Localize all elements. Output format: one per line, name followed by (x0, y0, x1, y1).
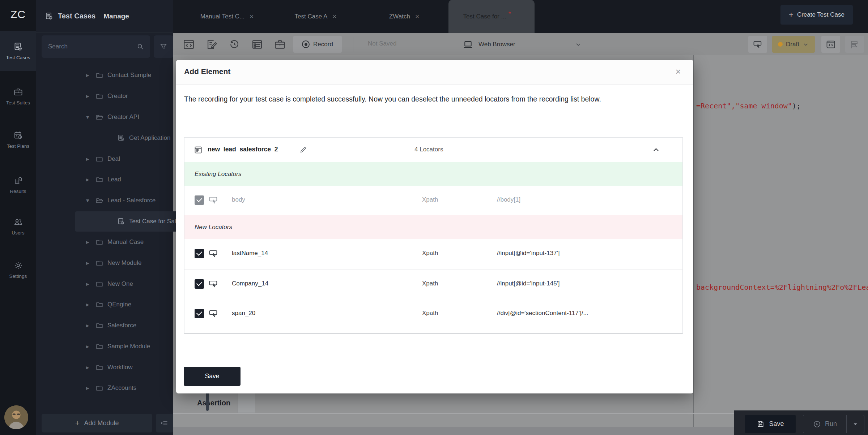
create-test-case-button[interactable]: + Create Test Case (780, 5, 853, 25)
chevron-down-icon (803, 41, 809, 48)
tab-test-case-a[interactable]: Test Case A × (271, 0, 360, 33)
filter-button[interactable] (154, 35, 173, 58)
tree-item-label: Contact Sample (107, 72, 151, 79)
close-icon[interactable]: × (516, 13, 520, 21)
checkbox-checked[interactable] (195, 279, 204, 289)
tab-test-case-for-salesforce[interactable]: Test Case for ... * × (448, 0, 535, 33)
note-edit-icon[interactable] (205, 38, 218, 51)
chevron-right-icon[interactable]: ▶ (86, 73, 92, 78)
checkbox-checked[interactable] (195, 309, 204, 318)
nav-item-results[interactable]: Results (0, 164, 36, 205)
tree-item-label: Deal (107, 155, 120, 163)
chevron-right-icon[interactable]: ▶ (86, 344, 92, 349)
chevron-right-icon[interactable]: ▶ (86, 323, 92, 328)
code-editor-panel: =Recent","same window"); backgroundConte… (693, 55, 868, 435)
nav-item-test-plans[interactable]: Test Plans (0, 119, 36, 160)
run-options-button[interactable] (846, 415, 864, 433)
pointer-icon[interactable] (208, 279, 218, 289)
chevron-down-icon (575, 41, 582, 48)
modal-title: Add Element (184, 67, 230, 76)
create-test-case-label: Create Test Case (797, 11, 844, 18)
assertion-step-cell (238, 393, 255, 413)
chevron-right-icon[interactable]: ▶ (86, 240, 92, 245)
play-circle-icon (813, 420, 821, 428)
panel-title: Test Cases (58, 12, 95, 20)
modal-save-button[interactable]: Save (184, 367, 241, 386)
locator-name: span_20 (232, 310, 255, 317)
nav-item-test-cases[interactable]: Test Cases (0, 31, 36, 71)
folder-icon (95, 280, 103, 288)
chevron-down-icon[interactable]: ▼ (86, 198, 92, 203)
tree-item-label: QEngine (107, 301, 131, 308)
chevron-right-icon[interactable]: ▶ (86, 94, 92, 99)
browser-select[interactable]: Web Browser (463, 36, 582, 53)
user-avatar[interactable] (4, 405, 28, 429)
chevron-right-icon[interactable]: ▶ (86, 302, 92, 307)
element-locator-card: new_lead_salesforce_2 4 Locators Existin… (184, 137, 683, 334)
test-case-icon (117, 218, 125, 225)
chevron-down-icon[interactable]: ▼ (86, 115, 92, 120)
search-input[interactable] (47, 43, 136, 51)
avatar-photo (4, 405, 28, 429)
form-table-icon[interactable] (251, 38, 263, 51)
collapse-panel-button[interactable] (156, 414, 173, 432)
element-picker-button[interactable] (748, 36, 767, 53)
unsaved-marker: * (509, 10, 511, 18)
close-icon[interactable]: × (415, 13, 419, 21)
chevron-right-icon[interactable]: ▶ (86, 386, 92, 391)
chevron-right-icon[interactable]: ▶ (86, 177, 92, 182)
manage-link[interactable]: Manage (103, 12, 129, 20)
tree-item-label: Creator API (107, 113, 139, 121)
folder-open-icon (95, 113, 103, 121)
chevron-right-icon[interactable]: ▶ (86, 261, 92, 266)
test-steps-button[interactable] (845, 36, 864, 53)
history-icon[interactable] (228, 38, 241, 51)
tree-item-label: New Module (107, 259, 142, 267)
funnel-icon (159, 43, 167, 51)
code-line: backgroundContext=%2Flightning%2Fo%2FLea… (696, 283, 868, 292)
nav-item-users[interactable]: Users (0, 206, 36, 246)
locator-row-span: span_20 Xpath //div[@id='sectionContent-… (184, 299, 682, 328)
code-window-button[interactable] (821, 36, 840, 53)
add-module-button[interactable]: + Add Module (42, 414, 152, 432)
tab-zwatch[interactable]: ZWatch × (360, 0, 448, 33)
chevron-right-icon[interactable]: ▶ (86, 157, 92, 161)
run-label: Run (825, 420, 837, 428)
modal-header: Add Element × (176, 60, 693, 85)
record-icon (302, 40, 310, 48)
checkbox-checked[interactable] (195, 195, 204, 205)
checkbox-checked[interactable] (195, 249, 204, 258)
close-icon[interactable]: × (250, 13, 254, 21)
chevron-right-icon[interactable]: ▶ (86, 365, 92, 370)
locator-value: //div[@id='sectionContent-117']/... (497, 310, 588, 317)
tree-item-label: Sample Module (107, 343, 150, 350)
modal-save-label: Save (205, 372, 220, 380)
code-view-icon[interactable] (183, 38, 195, 51)
tree-item-label: Lead - Salesforce (107, 197, 156, 204)
floppy-save-icon (757, 420, 765, 428)
record-button[interactable]: Record (293, 36, 342, 53)
element-form-icon (194, 146, 203, 154)
tab-label: Test Case A (295, 13, 328, 20)
run-button[interactable]: Run (803, 415, 846, 433)
nav-item-test-suites[interactable]: Test Suites (0, 76, 36, 116)
locator-name: body (232, 196, 245, 203)
pointer-icon[interactable] (208, 195, 218, 205)
collapse-panel-icon (160, 419, 169, 427)
locator-card-header[interactable]: new_lead_salesforce_2 4 Locators (184, 138, 682, 162)
close-icon[interactable]: × (332, 13, 336, 21)
tab-manual-test-case[interactable]: Manual Test C... × (183, 0, 271, 33)
folder-icon (95, 363, 103, 371)
edit-pencil-icon[interactable] (299, 146, 307, 154)
save-test-case-button[interactable]: Save (745, 415, 796, 433)
status-dropdown[interactable]: Draft (772, 36, 815, 53)
tree-scrollbar[interactable] (206, 392, 209, 411)
chevron-right-icon[interactable]: ▶ (86, 282, 92, 287)
briefcase-icon[interactable] (274, 38, 286, 51)
tab-bar: Manual Test C... × Test Case A × ZWatch … (173, 0, 868, 33)
pointer-icon[interactable] (208, 309, 218, 319)
close-icon[interactable]: × (672, 65, 685, 78)
nav-item-settings[interactable]: Settings (0, 249, 36, 290)
chevron-up-icon[interactable] (652, 146, 660, 154)
pointer-icon[interactable] (208, 249, 218, 259)
